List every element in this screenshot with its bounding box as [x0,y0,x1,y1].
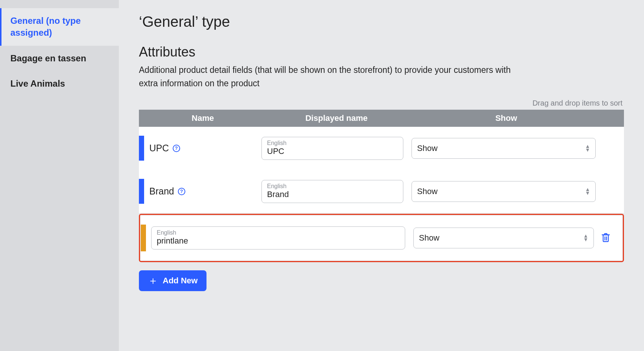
page-title: ‘General’ type [139,13,624,30]
sidebar-item-general[interactable]: General (no type assigned) [0,8,119,46]
section-description: Additional product detail fields (that w… [139,64,525,90]
drag-handle[interactable] [139,179,144,204]
delete-button[interactable] [599,231,612,244]
select-value: Show [417,144,438,153]
sort-hint: Drag and drop items to sort [139,99,624,107]
highlighted-row-frame: English Show ▲▼ [139,214,624,262]
help-icon[interactable]: ? [178,188,185,195]
select-value: Show [419,233,439,243]
select-chevrons-icon: ▲▼ [583,234,588,242]
show-select[interactable]: Show ▲▼ [412,138,596,159]
svg-rect-0 [603,235,608,242]
attribute-name-cell: UPC ? [144,143,261,154]
sidebar-item-bagage[interactable]: Bagage en tassen [0,46,119,71]
main-content: ‘General’ type Attributes Additional pro… [119,0,644,351]
attribute-name: UPC [149,143,169,154]
select-chevrons-icon: ▲▼ [585,145,590,152]
field-mini-label: English [157,229,400,236]
show-select[interactable]: Show ▲▼ [413,228,594,248]
drag-handle[interactable] [141,225,146,251]
displayed-name-field[interactable] [267,190,398,199]
sidebar-item-label: Bagage en tassen [10,53,86,63]
attribute-name: Brand [149,186,174,197]
header-displayed-name: Displayed name [261,113,412,123]
select-value: Show [417,187,438,196]
displayed-name-input[interactable]: English [261,180,403,203]
displayed-name-field[interactable] [267,146,398,156]
sidebar-item-live-animals[interactable]: Live Animals [0,71,119,96]
help-icon[interactable]: ? [173,145,180,152]
sidebar-item-label: General (no type assigned) [10,16,81,38]
drag-handle[interactable] [139,136,144,161]
attribute-name-field[interactable] [157,236,400,246]
field-mini-label: English [267,183,398,190]
plus-icon: ＋ [148,276,158,286]
show-select[interactable]: Show ▲▼ [412,181,596,202]
displayed-name-input[interactable]: English [261,137,403,160]
section-heading: Attributes [139,44,624,60]
header-show: Show [412,113,601,123]
attribute-table: Name Displayed name Show UPC ? English [139,110,624,262]
add-new-label: Add New [163,276,198,286]
attribute-name-cell: Brand ? [144,186,261,197]
attribute-row[interactable]: Brand ? English Show ▲▼ [139,170,624,213]
type-sidebar: General (no type assigned) Bagage en tas… [0,0,119,351]
select-chevrons-icon: ▲▼ [585,188,590,195]
attribute-name-input[interactable]: English [151,226,405,249]
attribute-row[interactable]: English Show ▲▼ [141,216,622,260]
header-name: Name [144,113,261,123]
field-mini-label: English [267,140,398,146]
trash-icon [601,232,611,243]
attribute-row[interactable]: UPC ? English Show ▲▼ [139,127,624,170]
sidebar-item-label: Live Animals [10,78,65,88]
add-new-button[interactable]: ＋ Add New [139,270,206,291]
table-header-row: Name Displayed name Show [139,110,624,127]
